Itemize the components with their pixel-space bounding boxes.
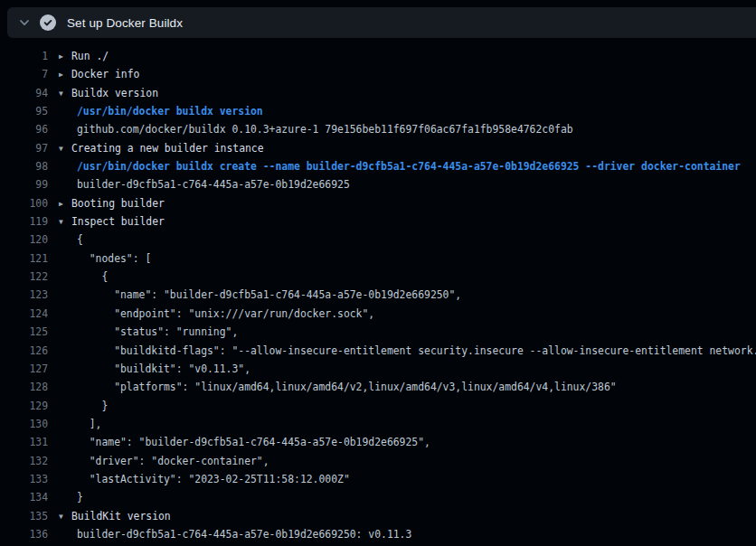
line-number[interactable]: 100: [0, 194, 48, 212]
line-number[interactable]: 119: [0, 212, 48, 231]
log-line: 124 "endpoint": "unix:///var/run/docker.…: [0, 305, 756, 323]
log-line: 129 }: [0, 397, 756, 415]
log-text: "name": "builder-d9cfb5a1-c764-445a-a57e…: [48, 286, 756, 304]
log-text: "buildkit": "v0.11.3",: [48, 360, 756, 378]
line-number[interactable]: 128: [0, 378, 48, 396]
log-text: "name": "builder-d9cfb5a1-c764-445a-a57e…: [48, 433, 756, 451]
log-text: ▶Booting builder: [48, 194, 756, 212]
line-number[interactable]: 129: [0, 397, 48, 415]
step-header[interactable]: Set up Docker Buildx: [7, 7, 756, 38]
log-line: 134}: [0, 488, 756, 506]
log-line: 130 ],: [0, 415, 756, 433]
log-text: ▶Run ./: [48, 47, 756, 65]
line-number[interactable]: 132: [0, 452, 48, 470]
chevron-down-icon[interactable]: ▼: [59, 85, 71, 102]
log-line: 126 "buildkitd-flags": "--allow-insecure…: [0, 342, 756, 360]
line-number[interactable]: 125: [0, 323, 48, 341]
chevron-right-icon[interactable]: ▶: [59, 195, 71, 212]
line-number[interactable]: 131: [0, 433, 48, 451]
log-line: 136builder-d9cfb5a1-c764-445a-a57e-0b19d…: [0, 525, 756, 543]
line-number[interactable]: 130: [0, 415, 48, 433]
log-line: 121 "nodes": [: [0, 249, 756, 268]
log-group-line[interactable]: 97▼Creating a new builder instance: [0, 139, 756, 157]
log-text: builder-d9cfb5a1-c764-445a-a57e-0b19d2e6…: [48, 525, 756, 543]
log-group-line[interactable]: 94▼Buildx version: [0, 84, 756, 102]
log-group-line[interactable]: 100▶Booting builder: [0, 194, 756, 212]
line-number[interactable]: 120: [0, 231, 48, 249]
log-text: "endpoint": "unix:///var/run/docker.sock…: [48, 305, 756, 323]
chevron-down-icon[interactable]: ▼: [59, 213, 71, 231]
log-viewer: 1▶Run ./7▶Docker info94▼Buildx version95…: [0, 47, 756, 543]
log-line: 127 "buildkit": "v0.11.3",: [0, 360, 756, 378]
step-title: Set up Docker Buildx: [67, 16, 183, 30]
line-number[interactable]: 123: [0, 286, 48, 304]
log-text: ▼Inspect builder: [48, 212, 756, 231]
log-text: "lastActivity": "2023-02-25T11:58:12.000…: [48, 470, 756, 488]
log-group-line[interactable]: 7▶Docker info: [0, 65, 756, 83]
log-text: /usr/bin/docker buildx create --name bui…: [48, 157, 756, 175]
log-group-line[interactable]: 1▶Run ./: [0, 47, 756, 65]
line-number[interactable]: 1: [0, 47, 48, 65]
log-line: 120{: [0, 231, 756, 249]
log-line: 96github.com/docker/buildx 0.10.3+azure-…: [0, 120, 756, 138]
log-text: "platforms": "linux/amd64,linux/amd64/v2…: [48, 378, 756, 396]
log-text: {: [48, 231, 756, 249]
chevron-down-icon[interactable]: [18, 16, 31, 29]
line-number[interactable]: 97: [0, 139, 48, 157]
log-line: 99builder-d9cfb5a1-c764-445a-a57e-0b19d2…: [0, 175, 756, 193]
log-line: 122 {: [0, 268, 756, 286]
line-number[interactable]: 122: [0, 268, 48, 286]
log-line: 125 "status": "running",: [0, 323, 756, 341]
line-number[interactable]: 124: [0, 305, 48, 323]
log-text: ▼BuildKit version: [48, 507, 756, 525]
chevron-down-icon[interactable]: ▼: [59, 140, 71, 157]
log-text: /usr/bin/docker buildx version: [48, 102, 756, 120]
log-text: }: [48, 488, 756, 506]
line-number[interactable]: 135: [0, 507, 48, 525]
chevron-down-icon[interactable]: ▼: [59, 508, 71, 525]
log-text: "nodes": [: [48, 249, 756, 268]
line-number[interactable]: 7: [0, 65, 48, 83]
line-number[interactable]: 99: [0, 175, 48, 193]
status-success-icon: [40, 14, 56, 31]
log-line: 95/usr/bin/docker buildx version: [0, 102, 756, 120]
log-group-line[interactable]: 135▼BuildKit version: [0, 507, 756, 525]
log-line: 98/usr/bin/docker buildx create --name b…: [0, 157, 756, 175]
line-number[interactable]: 136: [0, 525, 48, 543]
log-text: {: [48, 268, 756, 286]
log-line: 131 "name": "builder-d9cfb5a1-c764-445a-…: [0, 433, 756, 451]
line-number[interactable]: 96: [0, 120, 48, 138]
log-text: ▼Creating a new builder instance: [48, 139, 756, 157]
log-text: ▶Docker info: [48, 65, 756, 83]
log-text: "buildkitd-flags": "--allow-insecure-ent…: [48, 342, 756, 360]
chevron-right-icon[interactable]: ▶: [59, 66, 71, 83]
line-number[interactable]: 134: [0, 488, 48, 506]
log-text: ▼Buildx version: [48, 84, 756, 102]
log-text: builder-d9cfb5a1-c764-445a-a57e-0b19d2e6…: [48, 175, 756, 193]
log-text: ],: [48, 415, 756, 433]
line-number[interactable]: 98: [0, 157, 48, 175]
log-text: "status": "running",: [48, 323, 756, 341]
log-line: 123 "name": "builder-d9cfb5a1-c764-445a-…: [0, 286, 756, 304]
log-group-line[interactable]: 119▼Inspect builder: [0, 212, 756, 231]
log-text: github.com/docker/buildx 0.10.3+azure-1 …: [48, 120, 756, 138]
line-number[interactable]: 133: [0, 470, 48, 488]
chevron-right-icon[interactable]: ▶: [59, 48, 71, 65]
log-text: }: [48, 397, 756, 415]
line-number[interactable]: 94: [0, 84, 48, 102]
log-line: 132 "driver": "docker-container",: [0, 452, 756, 470]
line-number[interactable]: 127: [0, 360, 48, 378]
line-number[interactable]: 121: [0, 249, 48, 268]
log-line: 133 "lastActivity": "2023-02-25T11:58:12…: [0, 470, 756, 488]
line-number[interactable]: 95: [0, 102, 48, 120]
log-text: "driver": "docker-container",: [48, 452, 756, 470]
line-number[interactable]: 126: [0, 342, 48, 360]
log-line: 128 "platforms": "linux/amd64,linux/amd6…: [0, 378, 756, 396]
